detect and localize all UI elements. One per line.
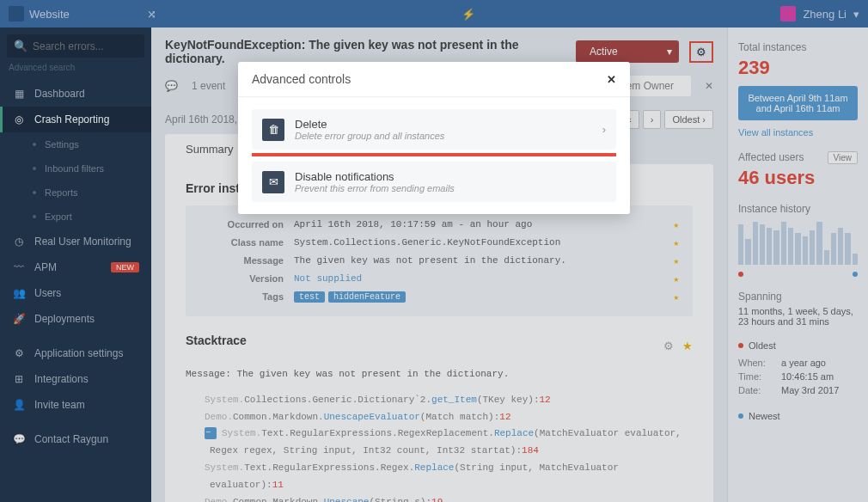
delete-option[interactable]: 🗑 Delete Delete error group and all inst…	[252, 109, 616, 150]
delete-subtitle: Delete error group and all instances	[295, 131, 592, 141]
delete-title: Delete	[295, 118, 592, 131]
highlight-bar	[252, 153, 616, 156]
disable-title: Disable notifications	[295, 170, 606, 183]
modal-overlay[interactable]: Advanced controls ✕ 🗑 Delete Delete erro…	[0, 0, 868, 502]
chevron-right-icon: ›	[602, 123, 606, 136]
modal-title: Advanced controls	[252, 72, 351, 86]
advanced-controls-modal: Advanced controls ✕ 🗑 Delete Delete erro…	[238, 62, 630, 214]
trash-icon: 🗑	[262, 119, 284, 141]
close-button[interactable]: ✕	[607, 73, 616, 86]
disable-subtitle: Prevent this error from sending emails	[295, 183, 606, 193]
disable-notifications-option[interactable]: ✉ Disable notifications Prevent this err…	[252, 162, 616, 202]
mail-icon: ✉	[262, 171, 284, 193]
